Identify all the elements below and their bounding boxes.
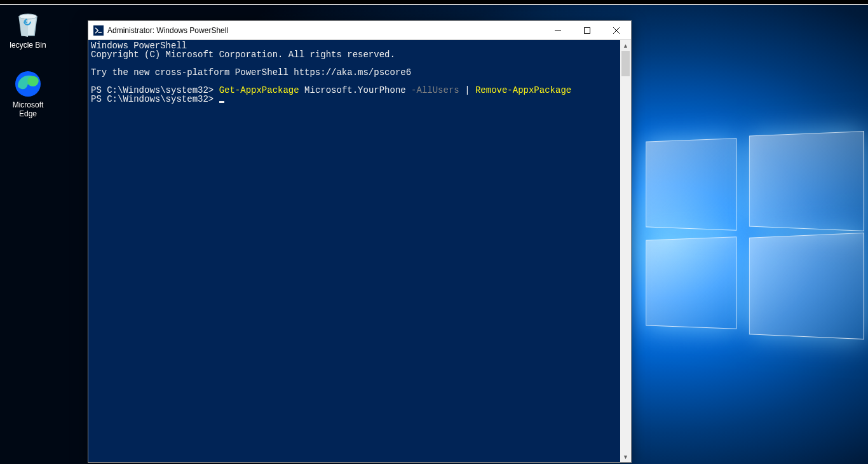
- desktop-icon-edge[interactable]: Microsoft Edge: [4, 69, 52, 118]
- powershell-window: Administrator: Windows PowerShell Window…: [88, 20, 632, 463]
- svg-rect-3: [585, 27, 590, 33]
- scroll-down-button[interactable]: ▼: [620, 451, 631, 462]
- edge-icon: [13, 69, 43, 99]
- terminal-cursor: [219, 101, 224, 103]
- svg-point-0: [19, 14, 37, 19]
- desktop-icon-recycle-bin[interactable]: lecycle Bin: [4, 9, 52, 50]
- terminal-cmdlet: Get-AppxPackage: [219, 85, 299, 95]
- terminal-pipe: |: [459, 85, 475, 95]
- desktop-icon-label: Microsoft Edge: [4, 100, 52, 118]
- terminal-cmdlet: Remove-AppxPackage: [475, 85, 571, 95]
- terminal-output[interactable]: Windows PowerShell Copyright (C) Microso…: [88, 40, 620, 462]
- scroll-up-button[interactable]: ▲: [620, 40, 631, 51]
- scrollbar-thumb[interactable]: [621, 51, 630, 76]
- minimize-button[interactable]: [543, 21, 573, 39]
- window-title: Administrator: Windows PowerShell: [107, 26, 543, 35]
- recycle-bin-icon: [13, 9, 43, 39]
- terminal-prompt: PS C:\Windows\system32>: [91, 94, 219, 104]
- desktop-icon-label: lecycle Bin: [4, 41, 52, 50]
- window-titlebar[interactable]: Administrator: Windows PowerShell: [88, 21, 631, 40]
- maximize-button[interactable]: [573, 21, 602, 39]
- terminal-arg: Microsoft.YourPhone: [299, 85, 411, 95]
- powershell-icon: [93, 25, 104, 36]
- windows-logo-backdrop: [642, 140, 858, 343]
- terminal-param: -AllUsers: [411, 85, 459, 95]
- close-button[interactable]: [602, 21, 631, 39]
- terminal-line: Copyright (C) Microsoft Corporation. All…: [91, 50, 395, 60]
- terminal-line: Try the new cross-platform PowerShell ht…: [91, 67, 411, 78]
- vertical-scrollbar[interactable]: ▲ ▼: [620, 40, 631, 462]
